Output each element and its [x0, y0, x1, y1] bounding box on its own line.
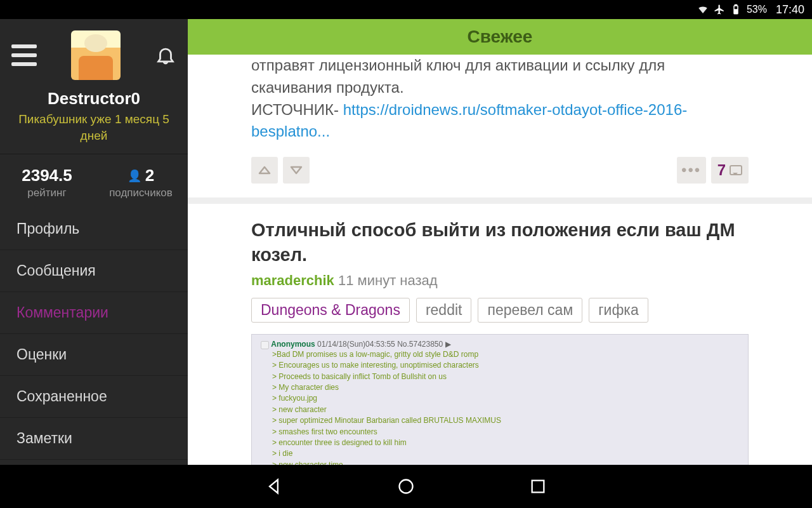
recent-button[interactable] [529, 478, 547, 495]
home-button[interactable] [397, 478, 415, 495]
post-card: отправят лицензионный ключ для активации… [188, 55, 812, 197]
rating-stat[interactable]: 2394.5 рейтинг [0, 166, 94, 199]
header-bar[interactable]: Свежее [188, 19, 812, 55]
avatar[interactable] [71, 30, 121, 80]
sidebar-item-messages[interactable]: Сообщения [0, 250, 188, 292]
post-time: 11 минут назад [338, 272, 438, 288]
tag[interactable]: Dungeons & Dragons [251, 298, 410, 323]
comments-button[interactable]: 7 [711, 157, 749, 184]
tag[interactable]: перевел сам [478, 298, 582, 323]
content-area: Свежее отправят лицензионный ключ для ак… [188, 19, 812, 465]
svg-rect-4 [532, 481, 544, 493]
airplane-icon [714, 4, 725, 15]
more-button[interactable]: ••• [677, 157, 706, 184]
post-author[interactable]: maraderchik [251, 272, 334, 288]
post-card: Отличный способ выйти из положения если … [188, 204, 812, 465]
post-meta: maraderchik 11 минут назад [251, 272, 749, 289]
downvote-button[interactable] [283, 157, 310, 184]
clock: 17:40 [776, 3, 804, 17]
sidebar-item-comments[interactable]: Комментарии [0, 292, 188, 334]
user-status: Пикабушник уже 1 месяц 5 дней [0, 109, 188, 154]
menu-icon[interactable] [11, 44, 37, 66]
battery-percent: 53% [747, 4, 767, 15]
android-statusbar: 53% 17:40 [0, 0, 812, 19]
svg-rect-1 [735, 5, 737, 6]
post-tags: Dungeons & Dragons reddit перевел сам ги… [251, 298, 749, 323]
sidebar: Destructor0 Пикабушник уже 1 месяц 5 дне… [0, 19, 188, 465]
back-button[interactable] [265, 478, 283, 495]
person-icon: 👤 [128, 169, 141, 183]
post-title[interactable]: Отличный способ выйти из положения если … [251, 218, 749, 267]
username[interactable]: Destructor0 [0, 89, 188, 109]
upvote-button[interactable] [251, 157, 278, 184]
battery-icon [730, 4, 742, 15]
sidebar-item-ratings[interactable]: Оценки [0, 334, 188, 376]
svg-rect-2 [735, 10, 738, 13]
subscribers-stat[interactable]: 👤2 подписчиков [94, 166, 188, 199]
post-image[interactable]: Anonymous 01/14/18(Sun)04:53:55 No.57423… [251, 334, 749, 465]
sidebar-item-saved[interactable]: Сохраненное [0, 376, 188, 418]
tag[interactable]: reddit [416, 298, 472, 323]
sidebar-item-profile[interactable]: Профиль [0, 208, 188, 250]
sidebar-item-notes[interactable]: Заметки [0, 418, 188, 460]
user-stats: 2394.5 рейтинг 👤2 подписчиков [0, 154, 188, 208]
android-navbar [0, 465, 812, 508]
wifi-icon [697, 4, 709, 15]
page-title: Свежее [468, 27, 533, 47]
notifications-icon[interactable] [155, 44, 176, 66]
tag[interactable]: гифка [589, 298, 648, 323]
sidebar-menu: Профиль Сообщения Комментарии Оценки Сох… [0, 208, 188, 460]
svg-point-3 [400, 480, 413, 493]
comment-icon [730, 165, 742, 175]
post-text: отправят лицензионный ключ для активации… [251, 55, 749, 143]
